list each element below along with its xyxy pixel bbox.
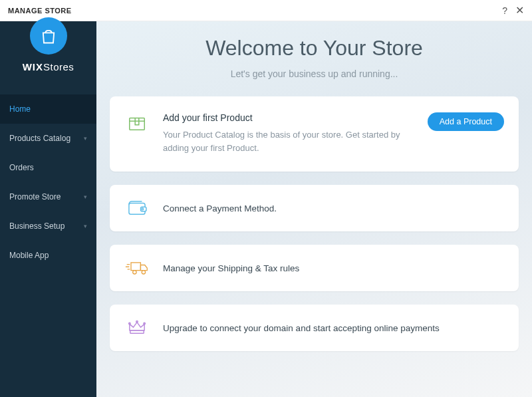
- onboarding-card-add-product: Add your first Product Your Product Cata…: [110, 96, 519, 172]
- box-icon: [122, 112, 152, 132]
- help-icon[interactable]: ?: [502, 6, 507, 15]
- sidebar-item-business-setup[interactable]: Business Setup ▾: [0, 211, 96, 241]
- close-icon[interactable]: ✕: [515, 5, 524, 16]
- svg-rect-0: [130, 118, 145, 130]
- sidebar-item-label: Business Setup: [9, 221, 65, 231]
- wallet-icon: [122, 199, 152, 217]
- svg-rect-4: [131, 263, 140, 271]
- brand-name: WIXStores: [23, 61, 74, 72]
- sidebar-item-home[interactable]: Home: [0, 94, 96, 124]
- page-title: Welcome to Your Store: [110, 36, 519, 61]
- svg-point-6: [142, 271, 145, 274]
- sidebar-item-label: Promote Store: [9, 192, 61, 201]
- card-title: Add your first Product: [163, 112, 417, 123]
- svg-point-5: [133, 271, 136, 274]
- card-description: Your Product Catalog is the basis of you…: [163, 128, 417, 154]
- brand-name-bold: WIX: [23, 61, 43, 72]
- chevron-down-icon: ▾: [84, 223, 87, 229]
- shopping-bag-icon: [30, 17, 67, 55]
- card-text: Connect a Payment Method.: [163, 203, 277, 213]
- main-content: Welcome to Your Store Let's get your bus…: [96, 21, 532, 397]
- onboarding-card-upgrade[interactable]: Upgrade to connect your domain and start…: [110, 305, 519, 351]
- card-body: Add your first Product Your Product Cata…: [163, 112, 417, 154]
- brand-name-thin: Stores: [43, 61, 74, 72]
- brand: WIXStores: [0, 21, 96, 88]
- sidebar-item-orders[interactable]: Orders: [0, 153, 96, 182]
- page-subtitle: Let's get your business up and running..…: [110, 68, 519, 79]
- svg-rect-7: [130, 331, 144, 334]
- add-product-button[interactable]: Add a Product: [428, 112, 504, 131]
- onboarding-card-payment[interactable]: Connect a Payment Method.: [110, 185, 519, 231]
- onboarding-card-shipping[interactable]: Manage your Shipping & Tax rules: [110, 245, 519, 291]
- crown-icon: [122, 319, 152, 336]
- sidebar-item-mobile-app[interactable]: Mobile App: [0, 241, 96, 270]
- card-text: Manage your Shipping & Tax rules: [163, 263, 299, 273]
- chevron-down-icon: ▾: [84, 194, 87, 200]
- sidebar-item-label: Mobile App: [9, 251, 49, 260]
- card-text: Upgrade to connect your domain and start…: [163, 323, 440, 333]
- sidebar-item-products-catalog[interactable]: Products Catalog ▾: [0, 124, 96, 153]
- sidebar-nav: Home Products Catalog ▾ Orders Promote S…: [0, 94, 96, 270]
- sidebar-item-promote-store[interactable]: Promote Store ▾: [0, 182, 96, 211]
- window-header: MANAGE STORE ? ✕: [0, 0, 532, 21]
- window-title: MANAGE STORE: [8, 7, 72, 15]
- sidebar-item-label: Products Catalog: [9, 134, 70, 143]
- sidebar: WIXStores Home Products Catalog ▾ Orders…: [0, 21, 96, 397]
- sidebar-item-label: Orders: [9, 163, 34, 172]
- truck-icon: [122, 259, 152, 277]
- sidebar-item-label: Home: [9, 104, 31, 114]
- chevron-down-icon: ▾: [84, 135, 87, 142]
- app-body: WIXStores Home Products Catalog ▾ Orders…: [0, 21, 532, 397]
